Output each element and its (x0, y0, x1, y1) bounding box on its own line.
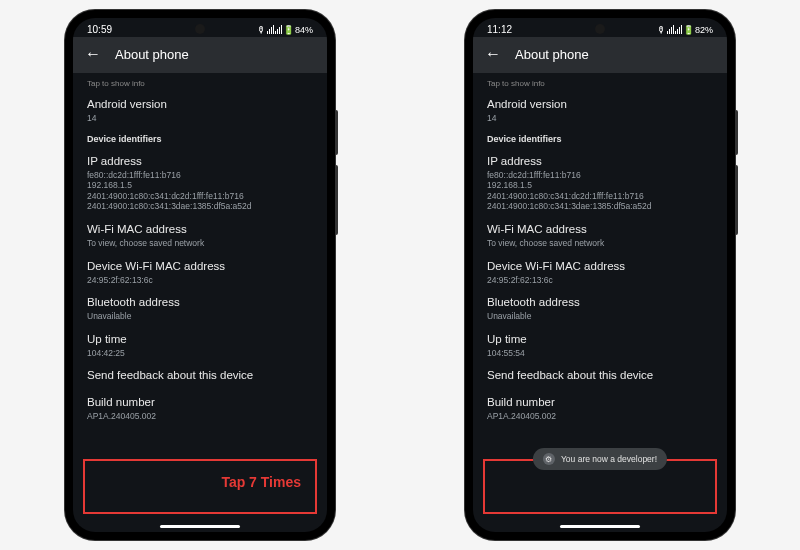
gear-icon: ⚙ (543, 453, 555, 465)
power-button (735, 165, 738, 235)
nav-bar[interactable] (160, 525, 240, 528)
toast-text: You are now a developer! (561, 454, 657, 464)
signal-icon (267, 25, 274, 34)
android-version-item[interactable]: Android version 14 (487, 97, 713, 124)
status-icons: 🎙 🔋 84% (257, 25, 313, 35)
item-label: Build number (87, 395, 313, 410)
build-number-item[interactable]: Build number AP1A.240405.002 (487, 395, 713, 422)
back-arrow-icon[interactable]: ← (485, 45, 501, 63)
signal-icon (667, 25, 674, 34)
item-value: 192.168.1.5 (87, 180, 313, 191)
phone-left: 10:59 🎙 🔋 84% ← About phone Tap to show … (65, 10, 335, 540)
signal-icon (675, 25, 682, 34)
voice-icon: 🎙 (657, 25, 666, 35)
bluetooth-address-item[interactable]: Bluetooth address Unavailable (487, 295, 713, 322)
item-value: Unavailable (487, 311, 713, 322)
item-value: 2401:4900:1c80:c341:dc2d:1fff:fe11:b716 (487, 191, 713, 202)
screen-right: 11:12 🎙 🔋 82% ← About phone Tap to show … (473, 18, 727, 532)
battery-icon: 🔋 (283, 25, 294, 35)
volume-button (335, 110, 338, 155)
item-label: Device Wi-Fi MAC address (487, 259, 713, 274)
item-label: Build number (487, 395, 713, 410)
item-value: 104:42:25 (87, 348, 313, 359)
device-wifi-mac-item[interactable]: Device Wi-Fi MAC address 24:95:2f:62:13:… (87, 259, 313, 286)
item-label: Up time (487, 332, 713, 347)
item-value: Unavailable (87, 311, 313, 322)
item-value: 2401:4900:1c80:c341:dc2d:1fff:fe11:b716 (87, 191, 313, 202)
device-wifi-mac-item[interactable]: Device Wi-Fi MAC address 24:95:2f:62:13:… (487, 259, 713, 286)
item-value: 2401:4900:1c80:c341:3dae:1385:df5a:a52d (487, 201, 713, 212)
wifi-mac-item[interactable]: Wi-Fi MAC address To view, choose saved … (487, 222, 713, 249)
phone-right: 11:12 🎙 🔋 82% ← About phone Tap to show … (465, 10, 735, 540)
uptime-item[interactable]: Up time 104:55:54 (487, 332, 713, 359)
item-value: 104:55:54 (487, 348, 713, 359)
app-bar: ← About phone (473, 37, 727, 73)
status-bar: 10:59 🎙 🔋 84% (73, 18, 327, 37)
item-label: Bluetooth address (87, 295, 313, 310)
wifi-mac-item[interactable]: Wi-Fi MAC address To view, choose saved … (87, 222, 313, 249)
send-feedback-item[interactable]: Send feedback about this device (87, 368, 313, 383)
bluetooth-address-item[interactable]: Bluetooth address Unavailable (87, 295, 313, 322)
power-button (335, 165, 338, 235)
build-number-item[interactable]: Build number AP1A.240405.002 (87, 395, 313, 422)
item-label: Bluetooth address (487, 295, 713, 310)
tap-hint: Tap to show info (87, 79, 313, 89)
item-value: 192.168.1.5 (487, 180, 713, 191)
nav-bar[interactable] (560, 525, 640, 528)
item-value: fe80::dc2d:1fff:fe11:b716 (487, 170, 713, 181)
item-label: Android version (487, 97, 713, 112)
item-label: Android version (87, 97, 313, 112)
screen-left: 10:59 🎙 🔋 84% ← About phone Tap to show … (73, 18, 327, 532)
item-value: fe80::dc2d:1fff:fe11:b716 (87, 170, 313, 181)
page-title: About phone (515, 47, 589, 62)
item-value: 14 (87, 113, 313, 124)
section-header-identifiers: Device identifiers (487, 134, 713, 146)
item-label: Wi-Fi MAC address (487, 222, 713, 237)
uptime-item[interactable]: Up time 104:42:25 (87, 332, 313, 359)
content-area[interactable]: Tap to show info Android version 14 Devi… (73, 73, 327, 438)
battery-percent: 82% (695, 25, 713, 35)
item-label: Device Wi-Fi MAC address (87, 259, 313, 274)
ip-address-item[interactable]: IP address fe80::dc2d:1fff:fe11:b716 192… (87, 154, 313, 212)
item-value: AP1A.240405.002 (87, 411, 313, 422)
tap-hint: Tap to show info (487, 79, 713, 89)
status-time: 10:59 (87, 24, 112, 35)
back-arrow-icon[interactable]: ← (85, 45, 101, 63)
item-value: AP1A.240405.002 (487, 411, 713, 422)
volume-button (735, 110, 738, 155)
item-value: 2401:4900:1c80:c341:3dae:1385:df5a:a52d (87, 201, 313, 212)
section-header-identifiers: Device identifiers (87, 134, 313, 146)
toast-notification: ⚙ You are now a developer! (533, 448, 667, 470)
signal-icon (275, 25, 282, 34)
page-title: About phone (115, 47, 189, 62)
battery-icon: 🔋 (683, 25, 694, 35)
ip-address-item[interactable]: IP address fe80::dc2d:1fff:fe11:b716 192… (487, 154, 713, 212)
item-label: Up time (87, 332, 313, 347)
send-feedback-item[interactable]: Send feedback about this device (487, 368, 713, 383)
item-value: 14 (487, 113, 713, 124)
item-label: IP address (87, 154, 313, 169)
status-icons: 🎙 🔋 82% (657, 25, 713, 35)
content-area[interactable]: Tap to show info Android version 14 Devi… (473, 73, 727, 438)
item-label: Wi-Fi MAC address (87, 222, 313, 237)
item-label: IP address (487, 154, 713, 169)
voice-icon: 🎙 (257, 25, 266, 35)
item-value: To view, choose saved network (487, 238, 713, 249)
battery-percent: 84% (295, 25, 313, 35)
item-value: 24:95:2f:62:13:6c (87, 275, 313, 286)
status-bar: 11:12 🎙 🔋 82% (473, 18, 727, 37)
status-time: 11:12 (487, 24, 512, 35)
item-value: To view, choose saved network (87, 238, 313, 249)
android-version-item[interactable]: Android version 14 (87, 97, 313, 124)
app-bar: ← About phone (73, 37, 327, 73)
item-value: 24:95:2f:62:13:6c (487, 275, 713, 286)
tap-instruction-label: Tap 7 Times (221, 474, 301, 490)
